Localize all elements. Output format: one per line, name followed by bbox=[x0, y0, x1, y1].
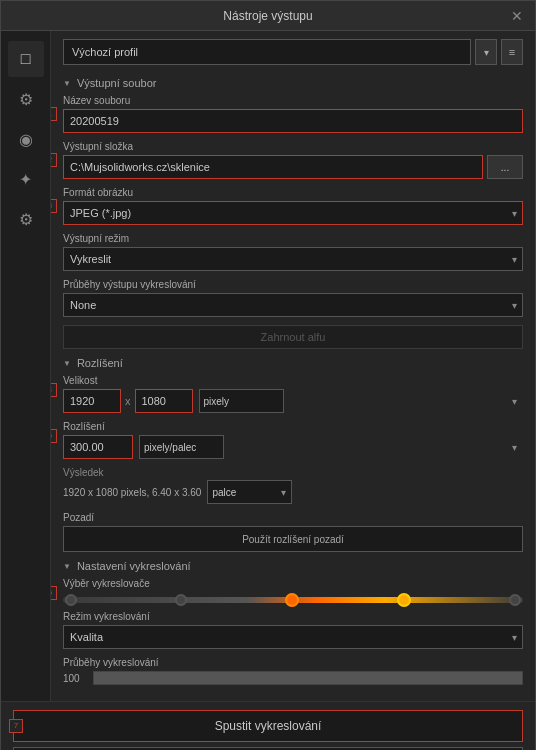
render-mode-select[interactable]: Kvalita bbox=[63, 625, 523, 649]
profile-dropdown-arrow[interactable]: ▾ bbox=[475, 39, 497, 65]
section-triangle-output: ▼ bbox=[63, 79, 71, 88]
background-label: Pozadí bbox=[63, 512, 523, 523]
dpi-field-row: 5 Rozlíšení pixely/palec bbox=[63, 421, 523, 459]
result-row: 1920 x 1080 pixels, 6.40 x 3.60 palce bbox=[63, 480, 523, 504]
sidebar-item-output[interactable]: □ bbox=[8, 41, 44, 77]
profile-dropdown[interactable]: Výchozí profil bbox=[63, 39, 471, 65]
render-passes-select-wrapper: None bbox=[63, 293, 523, 317]
advanced-icon: ⚙ bbox=[19, 210, 33, 229]
number-badge-5: 5 bbox=[51, 429, 57, 443]
format-select[interactable]: JPEG (*.jpg) bbox=[63, 201, 523, 225]
passes-label: Průběhy vykreslování bbox=[63, 657, 523, 668]
sidebar: □ ⚙ ◉ ✦ ⚙ bbox=[1, 31, 51, 701]
slider-node-1[interactable] bbox=[65, 594, 77, 606]
slider-nodes bbox=[63, 594, 523, 607]
number-badge-1: 1 bbox=[51, 107, 57, 121]
render-mode-label: Režim vykreslování bbox=[63, 611, 523, 622]
number-badge-4: 4 bbox=[51, 383, 57, 397]
render-passes-field-row: Průběhy výstupu vykreslování None bbox=[63, 279, 523, 317]
number-badge-3: 3 bbox=[51, 199, 57, 213]
render-passes-select[interactable]: None bbox=[63, 293, 523, 317]
render-mode-select-wrapper: Kvalita bbox=[63, 625, 523, 649]
renderer-picker-field-row: 6 Výběr vykreslovače bbox=[63, 578, 523, 603]
size-inputs: x pixely bbox=[63, 389, 523, 413]
passes-progress-bar bbox=[93, 671, 523, 685]
output-mode-label: Výstupní režim bbox=[63, 233, 523, 244]
format-label: Formát obrázku bbox=[63, 187, 523, 198]
filename-field-row: 1 Název souboru bbox=[63, 95, 523, 133]
slider-track bbox=[63, 597, 523, 603]
browse-button[interactable]: ... bbox=[487, 155, 523, 179]
use-resolution-button[interactable]: Použít rozlíšení pozadí bbox=[63, 526, 523, 552]
camera-icon: ◉ bbox=[19, 130, 33, 149]
renderer-section-label: Nastavení vykreslování bbox=[77, 560, 191, 572]
title-bar: Nástroje výstupu ✕ bbox=[1, 1, 535, 31]
dpi-unit-select[interactable]: pixely/palec bbox=[139, 435, 224, 459]
dpi-unit-wrapper: pixely/palec bbox=[139, 435, 523, 459]
output-folder-label: Výstupní složka bbox=[63, 141, 523, 152]
size-label: Velikost bbox=[63, 375, 523, 386]
number-badge-6: 6 bbox=[51, 586, 57, 600]
output-icon: □ bbox=[21, 50, 31, 68]
width-input[interactable] bbox=[63, 389, 121, 413]
output-mode-select[interactable]: Vykreslit bbox=[63, 247, 523, 271]
alpha-button: Zahrnout alfu bbox=[63, 325, 523, 349]
output-mode-field-row: Výstupní režim Vykreslit bbox=[63, 233, 523, 271]
renderer-section-header: ▼ Nastavení vykreslování bbox=[63, 560, 523, 572]
sidebar-item-settings[interactable]: ⚙ bbox=[8, 81, 44, 117]
passes-progress-fill bbox=[94, 672, 522, 684]
lights-icon: ✦ bbox=[19, 170, 32, 189]
number-badge-7: 7 bbox=[9, 719, 23, 733]
result-value: 1920 x 1080 pixels, 6.40 x 3.60 bbox=[63, 487, 201, 498]
height-input[interactable] bbox=[135, 389, 193, 413]
passes-row: 100 bbox=[63, 671, 523, 685]
dpi-row: pixely/palec bbox=[63, 435, 523, 459]
slider-node-5[interactable] bbox=[509, 594, 521, 606]
action-buttons: 7 Spustit vykreslování Odeslat do fronty… bbox=[1, 701, 535, 750]
output-mode-select-wrapper: Vykreslit bbox=[63, 247, 523, 271]
content-area: Výchozí profil ▾ ≡ ▼ Výstupní soubor 1 N… bbox=[51, 31, 535, 701]
dpi-label: Rozlíšení bbox=[63, 421, 523, 432]
sidebar-item-advanced[interactable]: ⚙ bbox=[8, 201, 44, 237]
result-label: Výsledek bbox=[63, 467, 523, 478]
filename-label: Název souboru bbox=[63, 95, 523, 106]
slider-node-active[interactable] bbox=[285, 593, 299, 607]
folder-row: ... bbox=[63, 155, 523, 179]
filename-input[interactable] bbox=[63, 109, 523, 133]
result-field-row: Výsledek 1920 x 1080 pixels, 6.40 x 3.60… bbox=[63, 467, 523, 504]
profile-bar: Výchozí profil ▾ ≡ bbox=[63, 39, 523, 65]
passes-field-row: Průběhy vykreslování 100 bbox=[63, 657, 523, 685]
number-badge-2: 2 bbox=[51, 153, 57, 167]
output-folder-field-row: 2 Výstupní složka ... bbox=[63, 141, 523, 179]
section-triangle-resolution: ▼ bbox=[63, 359, 71, 368]
slider-node-highlight[interactable] bbox=[397, 593, 411, 607]
sidebar-item-lights[interactable]: ✦ bbox=[8, 161, 44, 197]
output-file-section-header: ▼ Výstupní soubor bbox=[63, 77, 523, 89]
close-icon[interactable]: ✕ bbox=[507, 8, 527, 24]
render-button-wrapper: 7 Spustit vykreslování bbox=[13, 710, 523, 742]
background-field-row: Pozadí Použít rozlíšení pozadí bbox=[63, 512, 523, 552]
width-height-row: x bbox=[63, 389, 193, 413]
render-passes-label: Průběhy výstupu vykreslování bbox=[63, 279, 523, 290]
format-select-wrapper: JPEG (*.jpg) bbox=[63, 201, 523, 225]
dpi-input[interactable] bbox=[63, 435, 133, 459]
size-unit-wrapper: pixely bbox=[199, 389, 524, 413]
sidebar-item-camera[interactable]: ◉ bbox=[8, 121, 44, 157]
main-layout: □ ⚙ ◉ ✦ ⚙ Výchozí profil ▾ ≡ bbox=[1, 31, 535, 701]
size-x-separator: x bbox=[125, 395, 131, 407]
window-title: Nástroje výstupu bbox=[223, 9, 312, 23]
profile-menu-button[interactable]: ≡ bbox=[501, 39, 523, 65]
renderer-slider bbox=[63, 597, 523, 603]
folder-input[interactable] bbox=[63, 155, 483, 179]
output-file-section-label: Výstupní soubor bbox=[77, 77, 157, 89]
format-field-row: 3 Formát obrázku JPEG (*.jpg) bbox=[63, 187, 523, 225]
section-triangle-renderer: ▼ bbox=[63, 562, 71, 571]
render-mode-field-row: Režim vykreslování Kvalita bbox=[63, 611, 523, 649]
passes-value: 100 bbox=[63, 673, 87, 684]
settings-icon: ⚙ bbox=[19, 90, 33, 109]
result-unit-wrapper: palce bbox=[207, 480, 292, 504]
slider-node-2[interactable] bbox=[175, 594, 187, 606]
result-unit-select[interactable]: palce bbox=[207, 480, 292, 504]
render-button[interactable]: Spustit vykreslování bbox=[13, 710, 523, 742]
size-unit-select[interactable]: pixely bbox=[199, 389, 284, 413]
